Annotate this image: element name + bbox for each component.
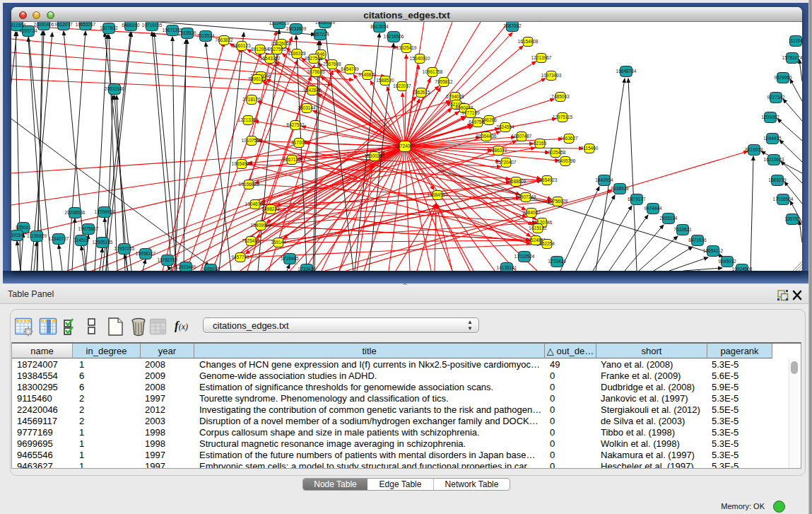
svg-text:14136141: 14136141 — [497, 265, 517, 270]
svg-text:18300295: 18300295 — [365, 153, 385, 158]
svg-text:39154: 39154 — [11, 233, 23, 238]
svg-text:12975115: 12975115 — [553, 115, 573, 119]
svg-text:9245012: 9245012 — [718, 259, 736, 264]
svg-text:10719155: 10719155 — [142, 23, 163, 28]
svg-text:12505135: 12505135 — [93, 240, 113, 245]
svg-text:19975867: 19975867 — [78, 226, 99, 231]
svg-text:10107553: 10107553 — [242, 138, 262, 143]
svg-text:9146821: 9146821 — [358, 72, 377, 77]
svg-text:8471636: 8471636 — [688, 238, 707, 243]
svg-text:9527503: 9527503 — [268, 47, 286, 52]
svg-text:6466160: 6466160 — [122, 23, 140, 28]
svg-text:1822037: 1822037 — [393, 83, 411, 88]
svg-text:11156829: 11156829 — [27, 233, 47, 238]
svg-text:1569299: 1569299 — [768, 177, 787, 182]
svg-text:10973493: 10973493 — [541, 73, 562, 78]
svg-text:20091406: 20091406 — [34, 22, 54, 27]
svg-text:10025458: 10025458 — [546, 150, 566, 155]
svg-text:19654923: 19654923 — [537, 177, 558, 182]
svg-text:20533346: 20533346 — [105, 86, 125, 91]
svg-text:10958107: 10958107 — [136, 251, 156, 256]
svg-text:17016504: 17016504 — [773, 197, 794, 201]
svg-text:1440954: 1440954 — [595, 177, 613, 182]
svg-text:7515524: 7515524 — [196, 33, 215, 38]
svg-text:16210643: 16210643 — [764, 157, 784, 162]
svg-text:1733426: 1733426 — [298, 267, 316, 271]
svg-text:7632621: 7632621 — [673, 227, 692, 232]
svg-text:2935114: 2935114 — [660, 216, 678, 221]
svg-text:12213369: 12213369 — [238, 117, 259, 122]
svg-text:2803144: 2803144 — [298, 105, 316, 110]
svg-text:2087682: 2087682 — [503, 23, 522, 28]
svg-text:19166825: 19166825 — [239, 182, 259, 187]
svg-text:19654925: 19654925 — [232, 161, 252, 166]
svg-text:17957255: 17957255 — [114, 246, 135, 251]
svg-text:746266: 746266 — [481, 117, 497, 122]
svg-text:6794028: 6794028 — [446, 94, 464, 99]
svg-text:1244415: 1244415 — [763, 136, 782, 141]
svg-text:15720407: 15720407 — [496, 160, 517, 165]
svg-text:169144: 169144 — [271, 240, 286, 245]
svg-text:15751074: 15751074 — [782, 55, 802, 60]
svg-text:10924508: 10924508 — [732, 267, 753, 271]
svg-text:16033809: 16033809 — [286, 26, 307, 31]
svg-text:9227342: 9227342 — [767, 95, 785, 100]
svg-text:111204: 111204 — [789, 38, 802, 43]
svg-text:7663822: 7663822 — [215, 37, 233, 42]
svg-text:9245032: 9245032 — [201, 267, 220, 271]
svg-text:19384554: 19384554 — [428, 192, 448, 197]
svg-text:20206536: 20206536 — [65, 210, 86, 215]
svg-text:12213967: 12213967 — [531, 55, 552, 60]
svg-text:18350114: 18350114 — [315, 22, 336, 25]
svg-text:1362615: 1362615 — [412, 90, 430, 95]
svg-text:8813054: 8813054 — [370, 24, 389, 29]
svg-text:12342737: 12342737 — [49, 236, 69, 241]
svg-text:7857224: 7857224 — [311, 32, 329, 37]
svg-text:1588520: 1588520 — [376, 78, 394, 83]
svg-text:7515526: 7515526 — [178, 30, 196, 35]
svg-text:16648784: 16648784 — [616, 69, 637, 74]
svg-text:1527602: 1527602 — [100, 25, 118, 30]
svg-text:7955812: 7955812 — [435, 79, 453, 84]
svg-text:8215958: 8215958 — [745, 147, 763, 152]
svg-text:8454749: 8454749 — [341, 66, 359, 71]
svg-text:1733426: 1733426 — [548, 259, 566, 264]
svg-text:835061: 835061 — [16, 225, 31, 230]
svg-text:9115460: 9115460 — [581, 146, 599, 151]
svg-text:16543362: 16543362 — [260, 56, 281, 61]
svg-text:17359924: 17359924 — [95, 209, 115, 214]
svg-text:114519: 114519 — [73, 238, 89, 243]
svg-text:9777169: 9777169 — [461, 110, 480, 115]
svg-text:19756928: 19756928 — [548, 199, 568, 204]
svg-text:18907249: 18907249 — [516, 194, 536, 199]
svg-text:10654112: 10654112 — [703, 248, 724, 253]
svg-text:9474444: 9474444 — [644, 206, 662, 211]
svg-text:15409939: 15409939 — [251, 223, 271, 228]
svg-text:9457791: 9457791 — [231, 255, 249, 259]
svg-text:817006: 817006 — [291, 140, 307, 145]
svg-text:9896123: 9896123 — [248, 76, 266, 81]
svg-text:2718176: 2718176 — [242, 97, 261, 102]
svg-text:9329966: 9329966 — [774, 75, 792, 80]
svg-text:3875685: 3875685 — [307, 69, 325, 74]
svg-text:16782759: 16782759 — [158, 257, 178, 262]
svg-text:3824554: 3824554 — [496, 124, 514, 129]
svg-text:9463627: 9463627 — [560, 136, 578, 141]
svg-text:10961758: 10961758 — [423, 69, 443, 74]
svg-text:8427552: 8427552 — [286, 122, 305, 127]
svg-text:8660123: 8660123 — [233, 43, 251, 48]
svg-text:7625402: 7625402 — [242, 238, 260, 243]
svg-text:9084067: 9084067 — [522, 210, 541, 215]
svg-text:12923446: 12923446 — [176, 264, 196, 269]
svg-text:62160: 62160 — [534, 141, 546, 146]
svg-text:11224510: 11224510 — [269, 22, 290, 25]
svg-text:252254: 252254 — [539, 241, 555, 246]
svg-text:17010504: 17010504 — [514, 254, 535, 259]
svg-text:5498222: 5498222 — [261, 206, 280, 211]
svg-text:8938928: 8938928 — [611, 186, 629, 191]
svg-text:126753: 126753 — [784, 216, 800, 221]
svg-text:13325419: 13325419 — [396, 45, 417, 50]
svg-text:1209382: 1209382 — [761, 115, 779, 119]
svg-text:7485063: 7485063 — [551, 94, 570, 99]
svg-text:4055724: 4055724 — [19, 28, 37, 33]
